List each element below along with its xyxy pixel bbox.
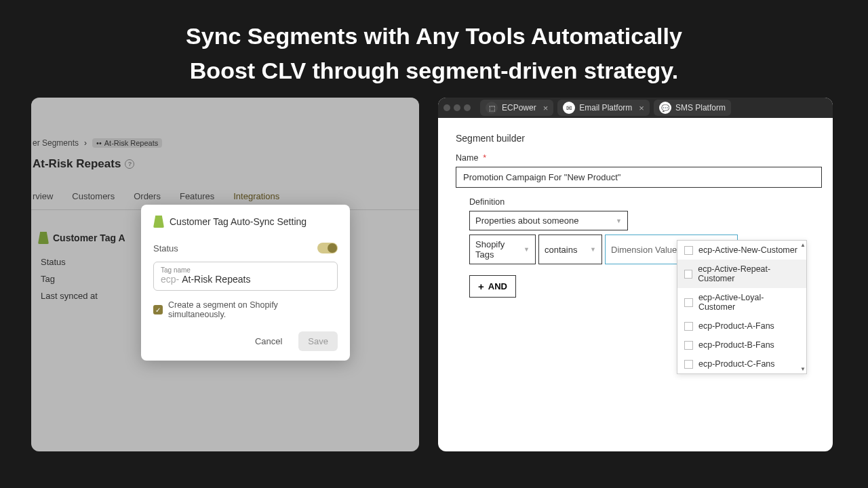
window-tab-ecpower[interactable]: ⬚ ECPower × xyxy=(480,100,553,116)
create-segment-checkbox[interactable]: ✓ xyxy=(153,305,163,314)
shopify-icon xyxy=(38,232,49,244)
window-tab-email[interactable]: ✉ Email Platform × xyxy=(557,100,650,116)
dropdown-option[interactable]: ecp-Active-Loyal-Customer xyxy=(677,288,806,317)
cancel-button[interactable]: Cancel xyxy=(245,331,292,351)
help-icon[interactable]: ? xyxy=(125,159,134,169)
tab-customers[interactable]: Customers xyxy=(72,191,115,209)
window-controls[interactable] xyxy=(443,104,471,111)
checkbox-icon xyxy=(684,360,693,369)
field-select[interactable]: Shopify Tags▼ xyxy=(469,235,536,264)
tag-name-field[interactable]: Tag name ecp- At-Risk Repeats xyxy=(153,262,338,291)
panel-shopify: er Segments › ••At-Risk Repeats At-Risk … xyxy=(31,98,419,451)
name-label: Name * xyxy=(456,153,833,163)
headline-line1: Sync Segments with Any Tools Automatical… xyxy=(0,19,868,54)
status-label: Status xyxy=(153,243,178,253)
property-select[interactable]: Properties about someone▼ xyxy=(469,211,628,230)
dropdown-option[interactable]: ecp-Active-Repeat-Customer xyxy=(677,260,806,288)
breadcrumb-parent[interactable]: er Segments xyxy=(33,138,79,148)
auto-sync-modal: Customer Tag Auto-Sync Setting Status Ta… xyxy=(141,205,350,361)
ecpower-icon: ⬚ xyxy=(486,102,498,114)
tag-value: At-Risk Repeats xyxy=(182,274,250,285)
close-icon[interactable]: × xyxy=(543,103,549,113)
chevron-down-icon: ▼ xyxy=(616,218,622,224)
dropdown-option[interactable]: ecp-Product-B-Fans xyxy=(677,336,806,354)
create-segment-label: Create a segment on Shopify simultaneous… xyxy=(168,300,338,319)
status-toggle[interactable] xyxy=(317,243,338,253)
checkbox-icon xyxy=(684,270,692,279)
window-tab-sms[interactable]: 💬 SMS Platform xyxy=(654,100,731,116)
dropdown-option[interactable]: ecp-Product-C-Fans xyxy=(677,354,806,373)
add-and-button[interactable]: +AND xyxy=(469,275,516,298)
save-button[interactable]: Save xyxy=(298,331,338,351)
definition-label: Definition xyxy=(469,197,833,207)
dropdown-scrollbar[interactable]: ▲▼ xyxy=(800,241,806,373)
dropdown-option[interactable]: ecp-Product-A-Fans xyxy=(677,317,806,336)
headline: Sync Segments with Any Tools Automatical… xyxy=(0,0,868,98)
checkbox-icon xyxy=(684,298,693,307)
builder-title: Segment builder xyxy=(456,133,833,144)
modal-title: Customer Tag Auto-Sync Setting xyxy=(153,216,338,228)
segment-name-input[interactable] xyxy=(456,167,822,188)
shopify-icon xyxy=(153,216,164,228)
checkbox-icon xyxy=(684,341,693,350)
window-titlebar: ⬚ ECPower × ✉ Email Platform × 💬 SMS Pla… xyxy=(438,98,833,118)
breadcrumb-current: ••At-Risk Repeats xyxy=(92,138,162,148)
chevron-down-icon: ▼ xyxy=(524,246,530,253)
sms-icon: 💬 xyxy=(659,102,671,114)
panel-segment-builder: ⬚ ECPower × ✉ Email Platform × 💬 SMS Pla… xyxy=(438,98,833,451)
plus-icon: + xyxy=(478,281,484,292)
checkbox-icon xyxy=(684,322,693,331)
close-icon[interactable]: × xyxy=(639,103,644,113)
tab-overview[interactable]: rview xyxy=(33,191,53,209)
page-title: At-Risk Repeats ? xyxy=(31,148,419,171)
dropdown-option[interactable]: ecp-Active-New-Customer xyxy=(677,241,806,260)
checkbox-icon xyxy=(684,246,693,255)
email-icon: ✉ xyxy=(563,102,575,114)
headline-line2: Boost CLV through segment-driven strateg… xyxy=(0,54,868,88)
tag-name-label: Tag name xyxy=(161,266,330,274)
breadcrumb: er Segments › ••At-Risk Repeats xyxy=(31,98,419,148)
dimension-dropdown: ecp-Active-New-Customer ecp-Active-Repea… xyxy=(677,240,807,374)
chevron-down-icon: ▼ xyxy=(590,246,596,253)
operator-select[interactable]: contains▼ xyxy=(538,235,602,264)
tag-prefix: ecp- xyxy=(161,274,179,285)
